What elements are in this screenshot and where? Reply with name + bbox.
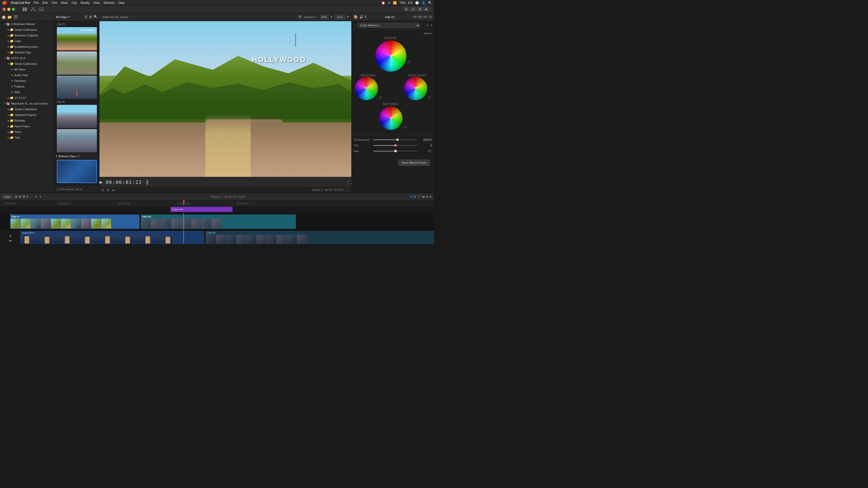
sidebar-icon-2[interactable]: 📂 [7,15,12,19]
shadows-wheel[interactable] [355,77,378,100]
play-pause-button[interactable]: ⏸ [9,234,12,238]
sidebar-item-beehave-reboot[interactable]: 📚 0-Beehave Reboot [0,21,54,27]
menu-trim[interactable]: Trim [52,1,58,5]
timeline-tool-1[interactable]: ⊟ [410,195,412,199]
sidebar-item-stills[interactable]: ✦ Stills [0,89,54,95]
sidebar-item-beehave-originals[interactable]: 📁 Beehave Originals [0,33,54,38]
timeline-tool-5[interactable]: ⊡ [426,195,428,199]
clip-thumb-2[interactable] [57,52,97,75]
hue-slider[interactable] [373,151,417,152]
sidebar-icon-3[interactable]: 🎬 [13,15,18,19]
color-wheels-enabled-checkbox[interactable]: ✓ [354,24,356,27]
sidebar-item-smart-collections-3[interactable]: 📁 Smart Collections [0,106,54,112]
sidebar-item-updated-projects[interactable]: 📁 Updated Projects [0,112,54,118]
fullscreen-button[interactable]: ⛶ [348,180,351,184]
view-dropdown[interactable]: ▾ [347,15,349,19]
menu-modify[interactable]: Modify [81,1,90,5]
angel-intro-clip[interactable]: Angel Intro [21,231,204,244]
sidebar-item-smart-collections-2[interactable]: 📁 Smart Collections [0,61,54,67]
expand-icon[interactable]: ⛶ [422,24,425,27]
color-wheels-selector[interactable]: Color Wheels 1 [358,23,420,28]
shadows-reset[interactable]: ↺ [378,80,381,100]
temperature-slider[interactable] [373,139,417,140]
menu-clip[interactable]: Clip [71,1,77,5]
zoom-level[interactable]: 90% [320,15,329,19]
toolbar-btn-1[interactable]: ⊞ [404,7,409,11]
library-icon[interactable] [22,7,27,12]
options-icon[interactable]: ↻ [426,24,429,27]
sidebar-item-clips[interactable]: 📁 Clips [0,38,54,44]
list-view-icon[interactable]: ☰ [85,15,88,19]
sidebar-item-macintosh[interactable]: 📚 Macintosh H...cts and events [0,101,54,106]
sidebar-item-birthday[interactable]: 📁 Birthday [0,118,54,123]
minimize-button[interactable] [7,8,10,11]
info-icon[interactable]: ℹ [365,15,366,19]
menu-view[interactable]: View [93,1,100,5]
layout-icon[interactable]: ⊟ [101,188,104,192]
section-arrow-icon[interactable]: ▾ [56,154,57,158]
marker-icon[interactable]: ◈ [112,188,115,192]
sidebar-item-favorites[interactable]: ✦ Favorites [0,78,54,84]
color-board-icon[interactable]: 🎨 [354,15,358,19]
search-icon[interactable]: 🔍 [94,15,98,19]
media-import-icon[interactable] [39,7,44,12]
clip-15-timeline[interactable]: Clip #15 [141,215,296,229]
timeline-tool-2[interactable]: ⊞ [413,195,416,199]
expand-icon[interactable]: ⛶ [346,188,349,192]
audio-icon[interactable]: 🔊 [359,15,364,19]
toolbar-btn-4[interactable]: ▶ [424,7,429,11]
sidebar-item-smart-collections-1[interactable]: 📁 Smart Collections [0,27,54,33]
menu-window[interactable]: Window [103,1,115,5]
clip-thumb-3[interactable] [57,76,97,99]
clip-thumb-1[interactable]: HOLLYWOOD [57,27,97,51]
clip-more-btn[interactable]: ▾ [27,195,28,199]
all-clips-label[interactable]: All Clips [56,15,67,19]
sidebar-item-projects[interactable]: ✦ Projects [0,84,54,89]
clip-thumb-5[interactable] [57,129,97,152]
sidebar-item-paris[interactable]: 📁 Paris [0,129,54,135]
tools-icon[interactable]: ⚙ [107,188,110,192]
window-controls[interactable] [3,8,15,11]
view-button[interactable]: View [334,15,345,19]
menu-file[interactable]: File [34,1,39,5]
sidebar-item-test[interactable]: 📁 Test [0,135,54,140]
select-dropdown[interactable]: ▾ [40,195,41,198]
index-label[interactable]: Index [2,195,13,199]
sidebar-item-reboot-clips[interactable]: 📁 Reboot Clips [0,50,54,55]
clip-thumb-6[interactable] [57,160,97,183]
close-button[interactable] [3,8,6,11]
dropdown-icon[interactable]: ▾ [430,24,432,27]
zoom-dropdown[interactable]: ▾ [331,15,332,19]
clip-info-btn[interactable]: ☰ [23,195,26,199]
sidebar-item-audio-only[interactable]: ✦ Audio Only [0,72,54,78]
toolbar-btn-3[interactable]: ⊠ [417,7,423,11]
sidebar-item-new-project[interactable]: 📁 New Project [0,123,54,129]
apple-menu[interactable]: 🍎 [2,0,7,5]
clip-15-lower[interactable]: Clip #15 [206,231,434,244]
timeline-tool-3[interactable]: 🎵 [417,195,421,199]
dropdown-arrow-icon[interactable]: ▾ [68,15,70,19]
menu-fcp[interactable]: Final Cut Pro [11,1,30,5]
timeline-tool-4[interactable]: ⊠ [422,195,425,199]
clip-1-timeline[interactable]: Clip #1 [10,215,140,229]
master-reset-icon[interactable]: ↺ [407,60,410,65]
midtones-wheel[interactable] [379,107,402,130]
search-icon[interactable]: 🔍 [428,1,432,5]
menu-mark[interactable]: Mark [61,1,68,5]
grid-view-icon[interactable]: ⊞ [89,15,92,19]
fullscreen-button[interactable] [12,8,15,11]
timeline-tool-6[interactable]: ✕ [429,195,432,199]
midtones-reset[interactable]: ↺ [404,108,407,130]
highlights-reset[interactable]: ↺ [428,80,431,100]
sidebar-item-fcpx-104[interactable]: 📚 FCPX 10.4 [0,55,54,61]
menu-edit[interactable]: Edit [42,1,48,5]
play-button[interactable]: ▶ [99,180,102,185]
highlights-wheel[interactable] [404,77,427,100]
share-icon[interactable] [30,7,36,12]
clip-thumb-4[interactable] [57,105,97,128]
save-effects-preset-button[interactable]: Save Effects Preset [398,160,430,166]
skip-back-button[interactable]: ⏮ [9,239,12,242]
view-button[interactable]: View ▾ [354,32,432,37]
boogie-lights-clip[interactable]: Angel Intro [170,207,232,212]
sidebar-item-all-video[interactable]: ✦ All Video [0,67,54,72]
